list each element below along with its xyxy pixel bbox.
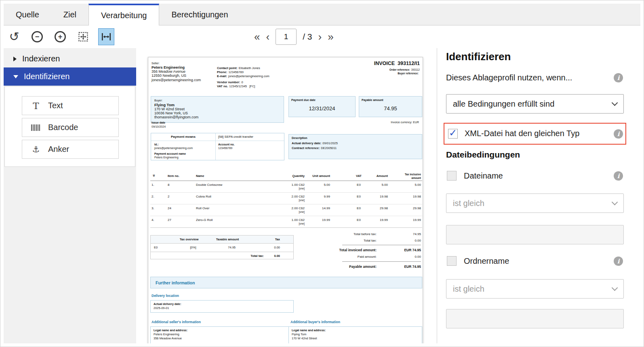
xml-condition-checkbox[interactable]: ✓ (448, 129, 458, 139)
info-icon-filename[interactable]: i (614, 171, 623, 181)
foldername-checkbox[interactable] (447, 256, 457, 266)
tab-berechtigungen[interactable]: Berechtigungen (159, 4, 240, 25)
tool-button-anker[interactable]: ⚓ Anker (22, 140, 119, 159)
total-label: Total invoiced amount: (306, 248, 377, 252)
item-unit-amount: 19.99 (296, 218, 330, 222)
payable-amount-box: Payable amount 74.95 (359, 96, 422, 117)
filename-operator-select[interactable]: ist gleich (446, 193, 624, 213)
fit-width-icon (101, 32, 112, 42)
chevron-right-icon (13, 57, 17, 61)
buyer-addr1: 170 W 42nd Street (154, 107, 280, 111)
total-value: 74.95 (385, 232, 421, 236)
prev-page-button[interactable]: ‹ (266, 32, 269, 42)
foldername-value-input[interactable] (446, 309, 624, 328)
app-window: Quelle Ziel Verarbeitung Berechtigungen … (0, 0, 644, 347)
collapse-rows-icon[interactable]: « (152, 174, 156, 177)
issue-date-label: Issue date (152, 121, 166, 125)
fit-page-button[interactable] (75, 28, 91, 45)
seller-block: Seller: Peters Engineering 356 Meadow Av… (152, 61, 201, 82)
buyer-addr2: 10036 New York, US (154, 111, 280, 115)
zoom-out-icon: − (32, 31, 43, 42)
foldername-label: Ordnername (464, 257, 509, 266)
item-name: Roll Over (196, 206, 209, 210)
tax-table-footer: Total tax: 0.00 (151, 252, 293, 260)
order-reference: 393112 (411, 68, 420, 71)
toolbar: ↺ − + (4, 25, 640, 48)
page-navigation: « ‹ / 3 › » (254, 29, 334, 45)
seller-legal-box: Legal name and address: Peters Engineeri… (150, 326, 294, 343)
item-tax-incl: 29.98 (391, 206, 421, 210)
chevron-down-icon (13, 75, 18, 78)
condition-mode-value: alle Bedingungen erfüllt sind (453, 99, 554, 109)
tool-button-barcode[interactable]: Barcode (22, 118, 119, 137)
zoom-in-button[interactable]: + (52, 28, 68, 45)
tool-button-text[interactable]: T Text (22, 96, 119, 115)
fit-width-button[interactable] (98, 28, 114, 45)
item-no: 2 (168, 195, 169, 199)
total-label: Total tax: (306, 239, 377, 243)
foldername-operator-select[interactable]: ist gleich (446, 279, 624, 299)
item-name: Double Corkscrew (196, 183, 222, 187)
zoom-tool-group: ↺ − + (6, 28, 114, 45)
item-quantity-unit: [one] (269, 222, 305, 226)
info-icon-profile[interactable]: i (614, 73, 623, 82)
item-amount: 19.98 (368, 195, 388, 199)
totals-row: Paid amount: 0.00 (306, 255, 421, 260)
filename-operator-value: ist gleich (453, 199, 484, 208)
info-icon-foldername[interactable]: i (614, 257, 623, 266)
next-page-button[interactable]: › (318, 32, 322, 42)
sidebar-item-indexieren[interactable]: Indexieren (4, 50, 136, 68)
item-tax-incl: 19.99 (391, 218, 421, 222)
delivery-date: 2025-09-01 (154, 306, 169, 310)
tax-table-header: Tax overview Taxable amount Tax (151, 236, 293, 244)
sidebar-item-identifizieren[interactable]: Identifizieren (4, 67, 136, 86)
issue-date: 09/10/2024 (152, 125, 166, 129)
document-preview-area: Seller: Peters Engineering 356 Meadow Av… (136, 48, 437, 343)
page-number-input[interactable] (276, 29, 297, 45)
condition-mode-select[interactable]: alle Bedingungen erfüllt sind (446, 94, 624, 114)
total-label: Total before tax: (306, 232, 377, 236)
zoom-out-button[interactable]: − (29, 28, 45, 45)
tab-ziel[interactable]: Ziel (51, 4, 88, 25)
phone-label: Phone: (217, 70, 227, 74)
buyer-reference-label: Buyer reference: (398, 72, 419, 75)
filename-checkbox[interactable] (447, 171, 457, 181)
line-item-row: 3. 24 Roll Over 2.00 C62 [one] 14.99 E0 … (150, 204, 422, 216)
fit-page-icon (78, 32, 88, 42)
last-page-button[interactable]: » (328, 32, 333, 42)
info-glyph: i (617, 74, 620, 82)
rotate-left-button[interactable]: ↺ (6, 28, 22, 45)
tab-quelle[interactable]: Quelle (4, 4, 51, 25)
description-box: Description Actual delivery date:09/01/2… (288, 134, 422, 159)
info-icon-xml[interactable]: i (614, 129, 623, 139)
invoice-currency-note: Invoice currency: EUR (338, 120, 419, 124)
totals-row: Payable amount: EUR 74.95 (306, 265, 421, 269)
further-information-band: Further information (150, 277, 422, 288)
tab-verarbeitung[interactable]: Verarbeitung (88, 4, 159, 26)
delivery-location-box: Actual delivery date: 2025-09-01 (150, 300, 294, 313)
item-pos: 1. (152, 183, 154, 187)
line-items-table: « Item no. Name Quantity Unit amount VAT… (150, 171, 422, 228)
payment-due-date: 12/31/2024 (291, 105, 353, 111)
contract-reference: DE2005011 (321, 146, 337, 150)
item-no: 8 (168, 183, 169, 187)
first-page-button[interactable]: « (254, 32, 260, 42)
contact-point: Elisabeth Jones (239, 66, 260, 70)
phone: 123456789 (228, 70, 244, 74)
tax-amount: 0.00 (260, 246, 280, 250)
invoice-page: Seller: Peters Engineering 356 Meadow Av… (148, 57, 423, 343)
item-amount: 19.99 (368, 218, 388, 222)
vat-label: VAT no. (217, 84, 228, 88)
col-unit-amount: Unit amount (296, 174, 330, 178)
legal-name-label: Legal name and address: (292, 328, 326, 332)
further-information-title: Further information (156, 280, 195, 285)
totals-row: Total invoiced amount: EUR 74.95 (306, 248, 421, 253)
total-value: EUR 74.95 (385, 248, 421, 252)
seller-addr2: 12550 Newburgh, US (152, 74, 201, 78)
chevron-down-icon (612, 199, 618, 206)
filename-value-input[interactable] (446, 225, 624, 244)
item-vat: E0 (351, 218, 366, 222)
file-conditions-title: Dateibedingungen (446, 150, 520, 160)
item-quantity-unit: [one] (269, 210, 305, 214)
total-value: 0.00 (385, 239, 421, 243)
